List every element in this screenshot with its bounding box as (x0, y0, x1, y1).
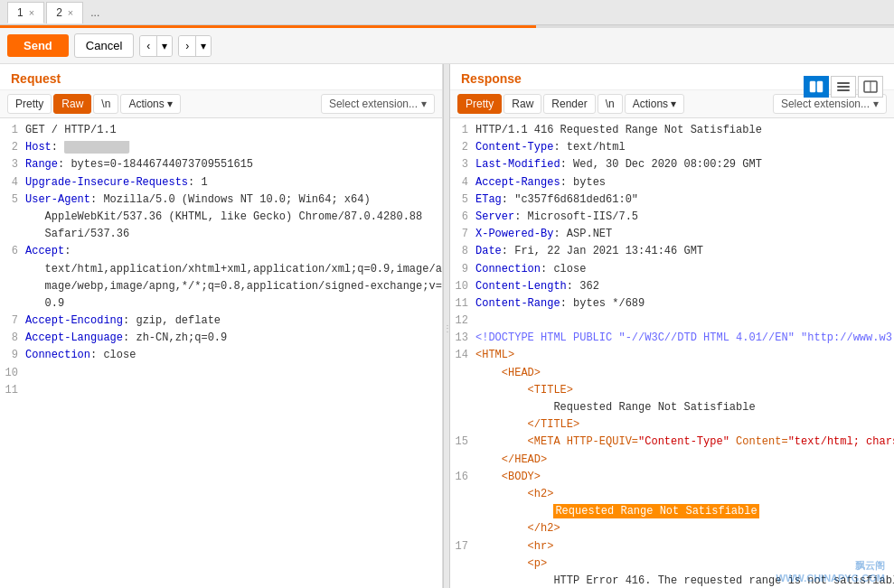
tab-1-label: 1 (17, 6, 24, 19)
response-line-15a: </HEAD> (450, 452, 894, 469)
svg-rect-0 (810, 81, 815, 92)
main-content: Request Pretty Raw \n Actions ▾ Select e… (0, 64, 894, 588)
response-select-ext-label: Select extension... (781, 98, 870, 110)
response-line-17: 17 <hr> (450, 538, 894, 555)
nav-next-group: › ▾ (178, 35, 212, 57)
response-code-area[interactable]: 1 HTTP/1.1 416 Requested Range Not Satis… (450, 118, 894, 588)
request-panel: Request Pretty Raw \n Actions ▾ Select e… (0, 64, 443, 588)
request-line-9: 9 Connection: close (0, 347, 442, 364)
nav-next-button[interactable]: › (179, 36, 196, 56)
response-line-17a: <p> (450, 555, 894, 573)
response-actions-btn[interactable]: Actions ▾ (625, 94, 684, 114)
request-raw-btn[interactable]: Raw (53, 94, 91, 114)
nav-prev-button[interactable]: ‹ (140, 36, 157, 56)
request-line-3: 3 Range: bytes=0-18446744073709551615 (0, 156, 442, 173)
response-render-btn[interactable]: Render (543, 94, 595, 114)
response-line-11: 11 Content-Range: bytes */689 (450, 295, 894, 313)
response-line-15: 15 <META HTTP-EQUIV="Content-Type" Conte… (450, 434, 894, 451)
svg-rect-2 (837, 82, 850, 84)
nav-prev-group: ‹ ▾ (139, 35, 173, 57)
request-title: Request (0, 64, 442, 90)
response-newline-btn[interactable]: \n (598, 94, 623, 114)
request-code-area[interactable]: 1 GET / HTTP/1.1 2 Host: ██████████ 3 Ra… (0, 118, 442, 588)
response-line-16b: Requested Range Not Satisfiable (450, 503, 894, 520)
request-line-1: 1 GET / HTTP/1.1 (0, 122, 442, 139)
view-mode-buttons (804, 76, 883, 98)
request-line-5: 5 User-Agent: Mozilla/5.0 (Windows NT 10… (0, 191, 442, 244)
nav-next-dropdown[interactable]: ▾ (196, 36, 211, 56)
response-actions-label: Actions (633, 98, 668, 110)
request-line-8: 8 Accept-Language: zh-CN,zh;q=0.9 (0, 330, 442, 347)
response-line-6: 6 Server: Microsoft-IIS/7.5 (450, 209, 894, 226)
tab-more[interactable]: ... (85, 6, 105, 19)
response-line-14c: Requested Range Not Satisfiable (450, 399, 894, 416)
response-line-8: 8 Date: Fri, 22 Jan 2021 13:41:46 GMT (450, 243, 894, 260)
response-line-12: 12 (450, 313, 894, 330)
request-actions-label: Actions (128, 98, 164, 110)
response-panel: Response Pretty Raw Render \n Actions ▾ … (450, 64, 894, 588)
view-response-button[interactable] (858, 76, 883, 98)
tab-1[interactable]: 1 × (7, 2, 44, 23)
response-line-16c: </h2> (450, 520, 894, 537)
request-actions-chevron: ▾ (167, 98, 173, 110)
cancel-button[interactable]: Cancel (74, 33, 134, 58)
response-line-2: 2 Content-Type: text/html (450, 139, 894, 156)
response-line-10: 10 Content-Length: 362 (450, 278, 894, 295)
request-line-10: 10 (0, 365, 442, 382)
request-line-2: 2 Host: ██████████ (0, 139, 442, 156)
request-actions-btn[interactable]: Actions ▾ (120, 94, 180, 114)
response-line-14d: </TITLE> (450, 416, 894, 434)
tab-1-close[interactable]: × (29, 7, 34, 18)
view-request-button[interactable] (831, 76, 856, 98)
tab-2-label: 2 (56, 6, 62, 19)
tab-2-close[interactable]: × (68, 7, 73, 18)
response-line-3: 3 Last-Modified: Wed, 30 Dec 2020 08:00:… (450, 156, 894, 173)
request-newline-btn[interactable]: \n (93, 94, 118, 114)
request-select-ext-btn[interactable]: Select extension... ▾ (321, 94, 435, 114)
response-line-17b: HTTP Error 416. The requested range is n… (450, 573, 894, 588)
toolbar: Send Cancel ‹ ▾ › ▾ (0, 28, 894, 64)
response-line-14a: <HEAD> (450, 365, 894, 382)
response-raw-btn[interactable]: Raw (503, 94, 541, 114)
send-button[interactable]: Send (7, 34, 69, 57)
response-line-7: 7 X-Powered-By: ASP.NET (450, 226, 894, 243)
panel-divider[interactable]: ⋮ (443, 64, 450, 588)
tab-2[interactable]: 2 × (46, 2, 83, 23)
request-line-11: 11 (0, 382, 442, 399)
response-line-13: 13 <!DOCTYPE HTML PUBLIC "-//W3C//DTD HT… (450, 330, 894, 347)
request-line-7: 7 Accept-Encoding: gzip, deflate (0, 313, 442, 330)
svg-rect-3 (837, 86, 850, 88)
request-line-4: 4 Upgrade-Insecure-Requests: 1 (0, 174, 442, 191)
response-line-14b: <TITLE> (450, 382, 894, 399)
response-pretty-btn[interactable]: Pretty (457, 94, 502, 114)
view-split-button[interactable] (804, 76, 829, 98)
request-select-ext-label: Select extension... (329, 98, 418, 110)
request-pretty-btn[interactable]: Pretty (7, 94, 52, 114)
response-line-16a: <h2> (450, 486, 894, 503)
svg-rect-1 (817, 81, 823, 92)
nav-prev-dropdown[interactable]: ▾ (157, 36, 172, 56)
svg-rect-4 (837, 89, 850, 91)
response-actions-chevron: ▾ (671, 98, 676, 110)
request-select-ext-chevron: ▾ (421, 98, 427, 110)
response-line-14: 14 <HTML> (450, 347, 894, 364)
response-line-9: 9 Connection: close (450, 261, 894, 278)
tabs-bar: 1 × 2 × ... (0, 0, 894, 25)
response-line-5: 5 ETag: "c357f6d681ded61:0" (450, 191, 894, 209)
response-select-ext-chevron: ▾ (873, 98, 879, 110)
response-line-16: 16 <BODY> (450, 469, 894, 486)
response-line-1: 1 HTTP/1.1 416 Requested Range Not Satis… (450, 122, 894, 139)
response-line-4: 4 Accept-Ranges: bytes (450, 174, 894, 191)
request-format-bar: Pretty Raw \n Actions ▾ Select extension… (0, 90, 442, 118)
request-line-6: 6 Accept: text/html,application/xhtml+xm… (0, 243, 442, 313)
